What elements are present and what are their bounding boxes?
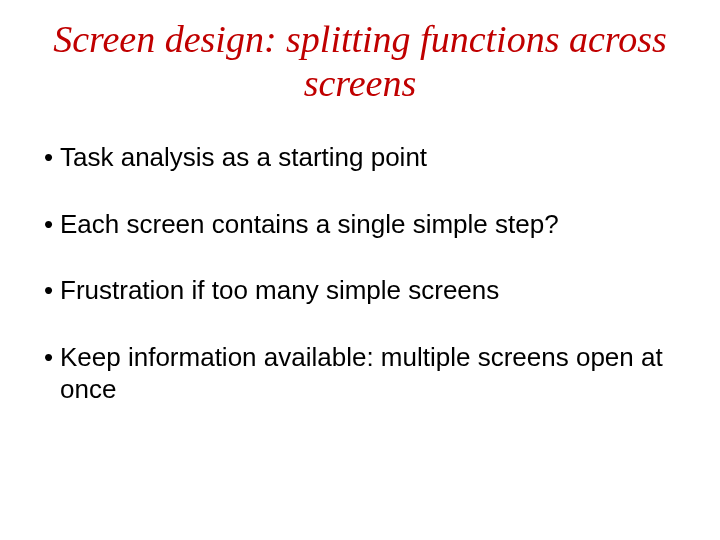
bullet-text: Each screen contains a single simple ste… (60, 209, 559, 239)
bullet-item: Frustration if too many simple screens (38, 274, 690, 307)
bullet-text: Task analysis as a starting point (60, 142, 427, 172)
bullet-text: Frustration if too many simple screens (60, 275, 499, 305)
bullet-text: Keep information available: multiple scr… (60, 342, 663, 405)
slide-title: Screen design: splitting functions acros… (30, 18, 690, 105)
bullet-item: Task analysis as a starting point (38, 141, 690, 174)
bullet-item: Each screen contains a single simple ste… (38, 208, 690, 241)
bullet-item: Keep information available: multiple scr… (38, 341, 690, 406)
slide: Screen design: splitting functions acros… (0, 0, 720, 540)
bullet-list: Task analysis as a starting point Each s… (30, 141, 690, 406)
